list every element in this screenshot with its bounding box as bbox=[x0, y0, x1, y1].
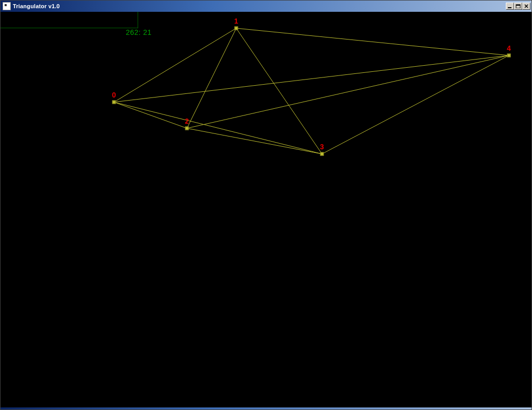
window-title: Triangulator v1.0 bbox=[13, 3, 506, 9]
vertex-label: 0 bbox=[112, 91, 116, 99]
close-button[interactable] bbox=[522, 3, 530, 10]
vertex-point[interactable] bbox=[507, 54, 511, 57]
edge bbox=[187, 28, 236, 128]
minimize-button[interactable] bbox=[506, 3, 514, 10]
maximize-icon bbox=[516, 4, 521, 8]
app-icon bbox=[3, 2, 11, 10]
vertex-point[interactable] bbox=[112, 101, 116, 104]
edge bbox=[236, 28, 509, 55]
vertex-label: 1 bbox=[234, 17, 238, 25]
vertex-point[interactable] bbox=[235, 27, 238, 30]
vertex-label: 3 bbox=[320, 143, 324, 151]
edge bbox=[114, 102, 322, 154]
minimize-icon bbox=[507, 4, 512, 8]
edge bbox=[187, 128, 322, 154]
edge bbox=[114, 28, 236, 102]
svg-rect-0 bbox=[508, 7, 511, 8]
edges-layer bbox=[1, 12, 531, 407]
maximize-button[interactable] bbox=[514, 3, 522, 10]
edge bbox=[114, 102, 187, 128]
close-icon bbox=[524, 4, 529, 8]
svg-rect-2 bbox=[516, 5, 520, 6]
titlebar[interactable]: Triangulator v1.0 bbox=[1, 1, 531, 12]
edge bbox=[114, 55, 509, 102]
edge bbox=[187, 55, 509, 128]
cursor-coordinates: 262: 21 bbox=[126, 28, 151, 36]
edge bbox=[236, 28, 322, 154]
vertex-point[interactable] bbox=[320, 152, 324, 156]
vertex-label: 4 bbox=[507, 44, 511, 52]
vertex-label: 2 bbox=[185, 117, 189, 125]
canvas-area[interactable]: 262: 21 01234 bbox=[1, 12, 531, 407]
window-controls bbox=[506, 3, 530, 10]
app-window: Triangulator v1.0 262: 21 01234 bbox=[0, 0, 532, 410]
edge bbox=[322, 55, 509, 154]
window-bottom-border bbox=[1, 407, 531, 409]
status-box bbox=[1, 12, 138, 28]
vertex-point[interactable] bbox=[185, 127, 189, 130]
